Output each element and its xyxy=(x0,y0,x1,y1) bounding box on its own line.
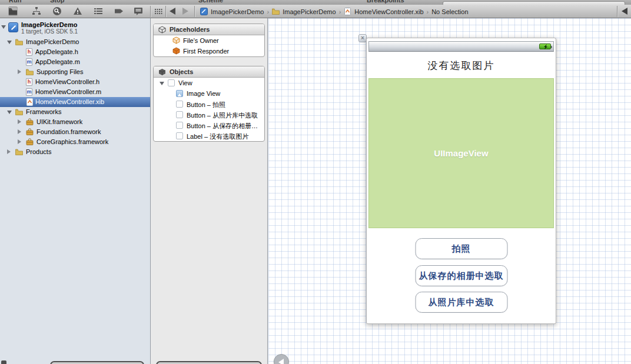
dock-item-first-responder[interactable]: First Responder xyxy=(154,46,264,56)
image-view-object-icon xyxy=(176,90,183,97)
breadcrumb-file[interactable]: HomeViewController.xib xyxy=(354,8,423,15)
header-file-icon: h xyxy=(26,78,32,86)
disclosure-triangle-icon[interactable] xyxy=(160,82,164,85)
placeholders-header[interactable]: Placeholders xyxy=(154,24,264,35)
scheme-label[interactable]: Scheme xyxy=(198,0,223,4)
breakpoint-navigator-icon[interactable] xyxy=(114,6,124,16)
nav-project-row[interactable]: ImagePickerDemo 1 target, iOS SDK 5.1 xyxy=(0,19,150,36)
dock-item-label: Button – 拍照 xyxy=(187,101,225,109)
source-file-icon: m xyxy=(26,58,32,66)
button-object-icon xyxy=(176,122,183,129)
breadcrumb-project[interactable]: ImagePickerDemo xyxy=(211,8,264,15)
pick-from-photo-library-button[interactable]: 从照片库中选取 xyxy=(415,292,507,313)
dock-item-label-no-image[interactable]: Label – 没有选取图片 xyxy=(154,131,264,141)
no-image-label[interactable]: 没有选取图片 xyxy=(368,52,554,78)
folder-icon xyxy=(272,8,280,15)
xib-view-window[interactable]: 没有选取图片 UIImageView 拍照 从保存的相册中选取 从照片库中选取 xyxy=(366,38,556,324)
back-arrow-icon[interactable] xyxy=(170,8,175,15)
chevron-icon: › xyxy=(267,8,269,15)
nav-item-group-products[interactable]: Products xyxy=(0,147,150,157)
nav-item-homeviewcontroller-h[interactable]: h HomeViewController.h xyxy=(0,77,150,87)
take-photo-button[interactable]: 拍照 xyxy=(415,238,507,259)
cube-filled-icon xyxy=(158,68,166,76)
nav-item-label: HomeViewController.xib xyxy=(35,98,104,105)
disclosure-triangle-icon[interactable] xyxy=(7,149,11,154)
project-navigator-icon[interactable] xyxy=(8,6,18,16)
folder-icon xyxy=(15,108,23,116)
dock-item-label: View xyxy=(178,79,192,86)
folder-icon xyxy=(15,38,23,46)
disclosure-triangle-icon[interactable] xyxy=(18,139,21,144)
stop-button-label[interactable]: Stop xyxy=(50,0,64,4)
dock-item-button-camera[interactable]: Button – 拍照 xyxy=(154,99,264,109)
nav-item-uikit-framework[interactable]: UIKit.framework xyxy=(0,117,150,127)
nav-item-label: AppDelegate.m xyxy=(35,58,80,65)
issue-navigator-icon[interactable] xyxy=(73,6,82,16)
bar-separator xyxy=(150,6,151,17)
project-navigator: ImagePickerDemo 1 target, iOS SDK 5.1 Im… xyxy=(0,18,151,364)
breadcrumb-group[interactable]: ImagePickerDemo xyxy=(283,8,336,15)
disclosure-triangle-icon[interactable] xyxy=(18,119,21,124)
breakpoints-label[interactable]: Breakpoints xyxy=(367,0,404,4)
placeholders-title: Placeholders xyxy=(170,26,210,33)
dock-item-button-saved-album[interactable]: Button – 从保存的相册… xyxy=(154,120,264,131)
dock-filter-field[interactable] xyxy=(156,361,262,364)
bottom-bar-icon[interactable] xyxy=(1,360,6,364)
folder-icon xyxy=(15,148,23,156)
button-object-icon xyxy=(176,111,183,118)
xcode-project-icon xyxy=(8,22,18,32)
chevron-icon: › xyxy=(427,8,429,15)
bar-separator xyxy=(617,6,617,17)
debug-navigator-icon[interactable] xyxy=(94,6,103,16)
nav-item-group-frameworks[interactable]: Frameworks xyxy=(0,107,150,117)
disclosure-triangle-icon[interactable] xyxy=(18,69,21,74)
dock-item-image-view[interactable]: Image View xyxy=(154,88,264,99)
nav-item-label: HomeViewController.h xyxy=(35,78,99,85)
nav-item-supporting-files[interactable]: Supporting Files xyxy=(0,67,150,77)
folder-icon xyxy=(26,68,34,76)
nav-item-appdelegate-h[interactable]: h AppDelegate.h xyxy=(0,47,150,57)
xib-window-close-button[interactable]: × xyxy=(358,34,367,42)
dock-item-button-photo-library[interactable]: Button – 从照片库中选取 xyxy=(154,109,264,120)
xib-doc-icon xyxy=(26,98,34,106)
dock-item-view[interactable]: View xyxy=(154,78,264,88)
nav-item-homeviewcontroller-xib[interactable]: HomeViewController.xib xyxy=(0,97,150,107)
ib-dock: Placeholders File's Owner First Responde… xyxy=(151,18,268,364)
uiimageview-label: UIImageView xyxy=(434,148,488,158)
nav-item-label: AppDelegate.h xyxy=(35,48,78,55)
navigator-filter-field[interactable] xyxy=(50,361,144,364)
collapse-dock-button[interactable] xyxy=(274,354,289,364)
collapse-editor-icon[interactable] xyxy=(622,8,627,15)
dock-item-label: Button – 从保存的相册… xyxy=(187,122,258,131)
breadcrumb-selection[interactable]: No Selection xyxy=(431,8,468,15)
nav-item-appdelegate-m[interactable]: m AppDelegate.m xyxy=(0,57,150,67)
disclosure-triangle-icon[interactable] xyxy=(7,41,12,44)
log-navigator-icon[interactable] xyxy=(134,6,143,16)
forward-arrow-icon[interactable] xyxy=(182,8,188,15)
related-items-icon[interactable] xyxy=(154,6,164,16)
framework-toolbox-icon xyxy=(26,138,34,146)
breadcrumb: ImagePickerDemo › ImagePickerDemo › Home… xyxy=(200,5,469,18)
navigator-jump-bar: ImagePickerDemo › ImagePickerDemo › Home… xyxy=(0,5,631,18)
pick-from-saved-album-button[interactable]: 从保存的相册中选取 xyxy=(415,265,507,286)
nav-item-label: Products xyxy=(26,148,51,155)
nav-item-coregraphics-framework[interactable]: CoreGraphics.framework xyxy=(0,137,150,147)
disclosure-triangle-icon[interactable] xyxy=(1,25,6,29)
bar-separator xyxy=(194,6,195,17)
nav-item-label: HomeViewController.m xyxy=(35,88,101,95)
symbol-navigator-icon[interactable] xyxy=(32,6,41,16)
disclosure-triangle-icon[interactable] xyxy=(18,129,21,134)
disclosure-triangle-icon[interactable] xyxy=(7,111,12,114)
search-navigator-icon[interactable] xyxy=(52,6,62,16)
objects-header[interactable]: Objects xyxy=(154,66,264,78)
ib-canvas[interactable]: × 没有选取图片 UIImageView 拍照 从保存的相册中选取 从照片库中选… xyxy=(268,18,631,364)
xcode-window: Run Stop Scheme Breakpoints xyxy=(0,0,631,364)
nav-item-group-imagepickerdemo[interactable]: ImagePickerDemo xyxy=(0,37,150,47)
nav-item-foundation-framework[interactable]: Foundation.framework xyxy=(0,127,150,137)
main-toolbar-clipped: Run Stop Scheme Breakpoints xyxy=(0,0,631,5)
dock-item-files-owner[interactable]: File's Owner xyxy=(154,35,264,46)
run-button-label[interactable]: Run xyxy=(9,0,21,4)
uiimageview-placeholder[interactable]: UIImageView xyxy=(368,78,554,228)
nav-item-homeviewcontroller-m[interactable]: m HomeViewController.m xyxy=(0,87,150,97)
header-file-icon: h xyxy=(26,48,32,56)
